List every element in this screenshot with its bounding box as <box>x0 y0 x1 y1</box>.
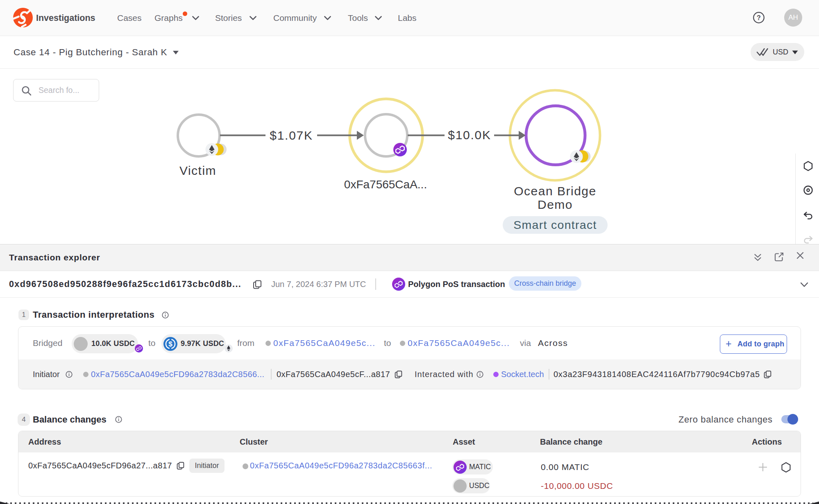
svg-text:0xFa7565CaA...: 0xFa7565CaA... <box>344 178 427 191</box>
svg-text:Ocean Bridge: Ocean Bridge <box>514 184 596 198</box>
svg-text:$1.07K: $1.07K <box>270 129 313 142</box>
svg-text:Victim: Victim <box>179 164 216 177</box>
svg-text:?: ? <box>757 14 761 21</box>
svg-text:Demo: Demo <box>538 198 573 211</box>
svg-text:$: $ <box>168 340 172 348</box>
svg-text:$10.0K: $10.0K <box>448 128 491 142</box>
